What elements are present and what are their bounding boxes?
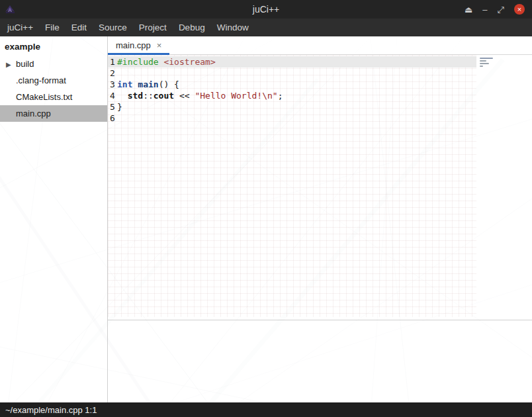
line-number: 2 bbox=[108, 68, 115, 79]
expander-icon[interactable]: ▶ bbox=[6, 60, 11, 68]
editor[interactable]: 1#include <iostream>23int main() {4 std:… bbox=[108, 55, 532, 320]
code-text: #include <iostream> bbox=[117, 56, 216, 68]
source-map-mark bbox=[480, 63, 489, 64]
tree-item-main-cpp[interactable]: main.cpp bbox=[0, 105, 107, 122]
menubar: juCi++FileEditSourceProjectDebugWindow bbox=[0, 19, 532, 36]
code-line-4[interactable]: 4 std::cout << "Hello World!\n"; bbox=[108, 90, 476, 101]
source-map-mark bbox=[480, 66, 483, 67]
line-number: 4 bbox=[108, 90, 115, 101]
tree-item-cmakelists-txt[interactable]: CMakeLists.txt bbox=[0, 89, 107, 105]
status-text: ~/example/main.cpp 1:1 bbox=[5, 405, 97, 415]
code-lines: 1#include <iostream>23int main() {4 std:… bbox=[108, 55, 532, 124]
eject-button[interactable]: ⏏ bbox=[465, 5, 472, 14]
window-title: juCi++ bbox=[0, 4, 532, 15]
tree-item-label: main.cpp bbox=[16, 109, 51, 118]
tree-item-clang-format[interactable]: .clang-format bbox=[0, 72, 107, 89]
code-line-2[interactable]: 2 bbox=[108, 68, 476, 79]
tree-root-label: example bbox=[0, 39, 107, 56]
tree-item-label: build bbox=[16, 59, 34, 69]
status-bar: ~/example/main.cpp 1:1 bbox=[0, 402, 532, 417]
source-map-mark bbox=[480, 60, 486, 62]
code-line-3[interactable]: 3int main() { bbox=[108, 79, 476, 90]
output-panel[interactable] bbox=[108, 320, 532, 402]
tree-item-build[interactable]: ▶build bbox=[0, 56, 107, 72]
code-text: std::cout << "Hello World!\n"; bbox=[117, 90, 283, 101]
menu-item-project[interactable]: Project bbox=[133, 19, 173, 36]
line-number: 5 bbox=[108, 101, 115, 113]
code-line-1[interactable]: 1#include <iostream> bbox=[108, 56, 476, 68]
file-tree: example ▶build.clang-formatCMakeLists.tx… bbox=[0, 36, 108, 402]
content-area: example ▶build.clang-formatCMakeLists.tx… bbox=[0, 36, 532, 402]
menu-item-window[interactable]: Window bbox=[211, 19, 255, 36]
tab-label: main.cpp bbox=[116, 40, 151, 50]
code-line-6[interactable]: 6 bbox=[108, 113, 476, 124]
restore-button[interactable]: ⤢ bbox=[498, 5, 504, 14]
minimize-button[interactable]: – bbox=[482, 5, 487, 14]
line-number: 1 bbox=[108, 56, 115, 68]
tab-bar: main.cpp× bbox=[108, 36, 532, 55]
main-pane: main.cpp× 1#include <iostream>23int main… bbox=[108, 36, 532, 402]
code-text: int main() { bbox=[117, 79, 179, 90]
app-icon bbox=[5, 4, 17, 15]
line-number: 3 bbox=[108, 79, 115, 90]
menu-item-edit[interactable]: Edit bbox=[66, 19, 93, 36]
jucipp-window: juCi++ ⏏ – ⤢ × juCi++FileEditSourceProje… bbox=[0, 0, 532, 417]
menu-item-source[interactable]: Source bbox=[93, 19, 133, 36]
menu-item-juci[interactable]: juCi++ bbox=[1, 19, 39, 36]
line-number: 6 bbox=[108, 113, 115, 124]
tab-close-icon[interactable]: × bbox=[157, 40, 162, 50]
titlebar[interactable]: juCi++ ⏏ – ⤢ × bbox=[0, 0, 532, 19]
close-button[interactable]: × bbox=[514, 4, 525, 15]
source-map[interactable] bbox=[480, 58, 493, 67]
source-map-mark bbox=[480, 58, 493, 59]
window-controls: ⏏ – ⤢ × bbox=[465, 4, 532, 15]
menu-item-debug[interactable]: Debug bbox=[173, 19, 211, 36]
code-line-5[interactable]: 5} bbox=[108, 101, 476, 113]
menu-item-file[interactable]: File bbox=[39, 19, 66, 36]
tab-main-cpp[interactable]: main.cpp× bbox=[108, 36, 169, 54]
code-text: } bbox=[117, 101, 122, 113]
tree-item-label: .clang-format bbox=[16, 75, 66, 85]
tree-item-label: CMakeLists.txt bbox=[16, 92, 72, 102]
